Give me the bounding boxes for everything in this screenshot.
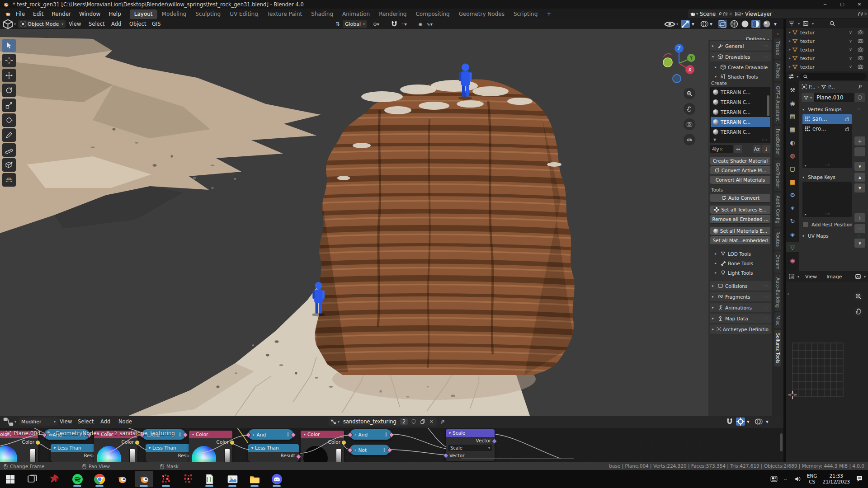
workspace-tab-rendering[interactable]: Rendering bbox=[374, 9, 411, 19]
node-menu-node[interactable]: Node bbox=[118, 417, 132, 427]
disable-render-icon[interactable] bbox=[858, 55, 863, 61]
panel-light-tools[interactable]: ▸Light Tools bbox=[715, 269, 771, 277]
workspace-tab-texture-paint[interactable]: Texture Paint bbox=[263, 9, 307, 19]
image-select-icon[interactable] bbox=[855, 273, 861, 280]
language-indicator[interactable]: ENGCS bbox=[807, 473, 817, 485]
workspace-tab-modeling[interactable]: Modeling bbox=[157, 9, 191, 19]
node-color[interactable]: ▾ColorColor bbox=[94, 431, 137, 462]
panel-lod-tools[interactable]: ▸LOD Tools bbox=[715, 250, 771, 258]
value-slider[interactable] bbox=[224, 449, 230, 462]
notifications-icon[interactable] bbox=[855, 475, 863, 483]
menu-edit[interactable]: Edit bbox=[29, 11, 47, 17]
workspace-tab-sculpting[interactable]: Sculpting bbox=[191, 9, 225, 19]
button-set-all-textures-e-[interactable]: Set all Textures E... bbox=[710, 206, 770, 214]
overlays-toggle[interactable] bbox=[700, 20, 709, 28]
editor-dropdown[interactable]: ▾ bbox=[797, 275, 799, 279]
zoom-icon[interactable] bbox=[684, 88, 695, 99]
workspace-tab-animation[interactable]: Animation bbox=[338, 9, 374, 19]
panel-grip-icon[interactable]: ∷∷ bbox=[764, 295, 769, 299]
node-header[interactable]: ▾Color bbox=[301, 431, 344, 438]
copy-icon[interactable] bbox=[420, 419, 425, 424]
shading-wireframe-icon[interactable] bbox=[730, 20, 739, 28]
node-color[interactable]: ▾ColorColor bbox=[0, 431, 38, 462]
move-group-up-button[interactable]: ▲ bbox=[854, 173, 865, 182]
properties-tab-scene[interactable]: ◐ bbox=[786, 137, 799, 147]
node-header[interactable]: ▾Color bbox=[189, 431, 232, 438]
color-output-socket[interactable] bbox=[35, 440, 40, 445]
hide-icon[interactable]: ∨ bbox=[849, 64, 852, 69]
lock-open-icon[interactable] bbox=[844, 127, 849, 131]
overlays-toggle[interactable] bbox=[754, 418, 763, 426]
panel-uv-maps[interactable]: ▾UV Maps∷∷ bbox=[802, 233, 865, 239]
sidebar-tab-dream[interactable]: Dream bbox=[774, 251, 781, 273]
panel-shader-tools[interactable]: ▾Shader Tools bbox=[715, 73, 771, 80]
sidebar-tab-addr-config[interactable]: AddR Config bbox=[774, 192, 781, 227]
object-name-field[interactable]: Plane.010 bbox=[814, 93, 854, 102]
viewport-menu-view[interactable]: View bbox=[69, 19, 81, 29]
properties-tab-collection[interactable]: ▢ bbox=[786, 164, 799, 174]
pin-icon[interactable] bbox=[439, 419, 445, 425]
node-scale[interactable]: ▾ScaleVectorScale▾Vector bbox=[446, 429, 495, 461]
gizmo-toggle[interactable] bbox=[681, 20, 690, 28]
image-menu-image[interactable]: Image bbox=[823, 274, 845, 280]
button-auto-convert[interactable]: Auto Convert bbox=[710, 194, 770, 202]
editor-type-icon[interactable]: ▾ bbox=[3, 418, 16, 426]
color-output-socket[interactable] bbox=[230, 440, 235, 445]
overlays-dropdown[interactable]: ▾ bbox=[766, 417, 769, 427]
properties-tab-object-data[interactable]: ▽ bbox=[786, 242, 799, 252]
node-not[interactable]: ›Not‖ bbox=[350, 445, 390, 455]
input-socket[interactable] bbox=[139, 432, 145, 438]
output-socket[interactable] bbox=[182, 432, 188, 438]
vertex-group-item[interactable]: san... bbox=[802, 114, 852, 124]
color-output-socket[interactable] bbox=[135, 440, 140, 445]
hide-icon[interactable]: ∨ bbox=[849, 30, 852, 35]
panel-grip-icon[interactable]: ∷∷ bbox=[764, 55, 769, 59]
panel-grip-icon[interactable]: ∷∷ bbox=[764, 44, 769, 48]
graph-scrollbar[interactable] bbox=[780, 433, 783, 451]
blender-app-menu-icon[interactable] bbox=[4, 10, 12, 18]
node-header[interactable]: ▾Less Than bbox=[248, 444, 299, 452]
material-list-item[interactable]: TERRAIN C... bbox=[711, 87, 770, 97]
hidden-icons-chevron[interactable]: ︿ bbox=[783, 476, 788, 482]
button-create-shader-material[interactable]: Create Shader Material bbox=[710, 157, 770, 165]
vertex-group-specials-dropdown[interactable]: ▾ bbox=[854, 162, 865, 171]
output-socket[interactable] bbox=[86, 432, 92, 438]
remove-shape-key-button[interactable]: − bbox=[854, 224, 865, 233]
sidebar-tab-routes[interactable]: Routes bbox=[774, 228, 781, 250]
fake-user-shield-button[interactable] bbox=[854, 93, 865, 102]
button-set-all-materials-e-[interactable]: Set all Materials E... bbox=[710, 227, 770, 235]
list-scrollbar[interactable] bbox=[767, 95, 769, 116]
collapse-triangle-icon[interactable]: ▼ bbox=[713, 138, 716, 142]
input-socket[interactable] bbox=[347, 447, 353, 453]
tool-scale[interactable] bbox=[2, 99, 16, 112]
taskbar-app-blender-active[interactable] bbox=[135, 471, 153, 487]
remove-vertex-group-button[interactable]: − bbox=[854, 147, 865, 156]
viewlayer-selector[interactable]: ▾ ViewLayer × bbox=[733, 9, 868, 18]
remove-icon[interactable]: × bbox=[864, 11, 868, 16]
node-tree-type-select[interactable]: Modifier▾ bbox=[19, 418, 58, 426]
unlink-icon[interactable]: × bbox=[429, 418, 434, 425]
panel-map-data[interactable]: ▸Map Data∷∷ bbox=[710, 314, 771, 323]
workspace-tab-shading[interactable]: Shading bbox=[307, 9, 338, 19]
node-menu-add[interactable]: Add bbox=[100, 417, 110, 427]
expand-icon[interactable]: ▸ bbox=[789, 30, 791, 34]
list-grip-icon[interactable]: ∷∷ bbox=[826, 212, 830, 216]
expand-icon[interactable]: ▸ bbox=[789, 39, 791, 43]
tool-cursor[interactable] bbox=[2, 54, 16, 67]
viewport-scene[interactable] bbox=[0, 29, 783, 416]
menu-window[interactable]: Window bbox=[75, 11, 104, 17]
properties-tab-particles[interactable]: ∗ bbox=[786, 203, 799, 213]
sidebar-tab-tissue[interactable]: Tissue bbox=[774, 38, 781, 59]
filter-dropdown[interactable]: ▾ bbox=[798, 22, 800, 26]
workspace-tab-uv-editing[interactable]: UV Editing bbox=[225, 9, 263, 19]
tool-sand-layers[interactable] bbox=[2, 173, 16, 187]
proportional-edit-icon[interactable]: ◉ bbox=[416, 20, 425, 28]
filter-input[interactable]: 4ly × bbox=[710, 145, 733, 153]
workspace-tab-scripting[interactable]: Scripting bbox=[509, 9, 542, 19]
button-remove-all-embeded-[interactable]: Remove all Embeded ... bbox=[710, 215, 770, 223]
properties-tab-object[interactable]: ■ bbox=[786, 177, 799, 187]
viewport-menu-add[interactable]: Add bbox=[111, 19, 121, 29]
panel-create-drawable[interactable]: ▸Create Drawable bbox=[715, 63, 771, 71]
close-button[interactable]: ✕ bbox=[851, 0, 868, 9]
specials-icon[interactable]: ▸ bbox=[805, 164, 807, 168]
